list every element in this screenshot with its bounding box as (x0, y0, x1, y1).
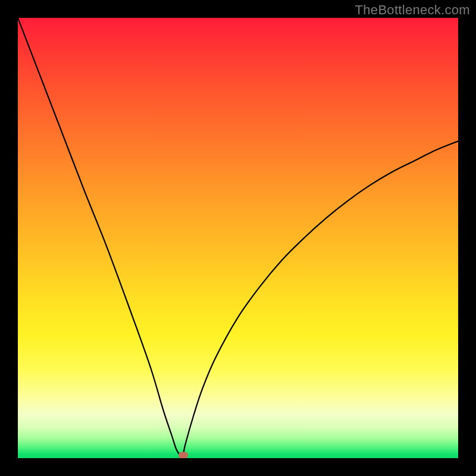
curve-svg (18, 18, 458, 458)
min-marker (178, 452, 188, 458)
plot-area (18, 18, 458, 458)
watermark-text: TheBottleneck.com (355, 2, 470, 18)
bottleneck-curve (18, 18, 458, 457)
chart-frame: TheBottleneck.com (0, 0, 476, 476)
